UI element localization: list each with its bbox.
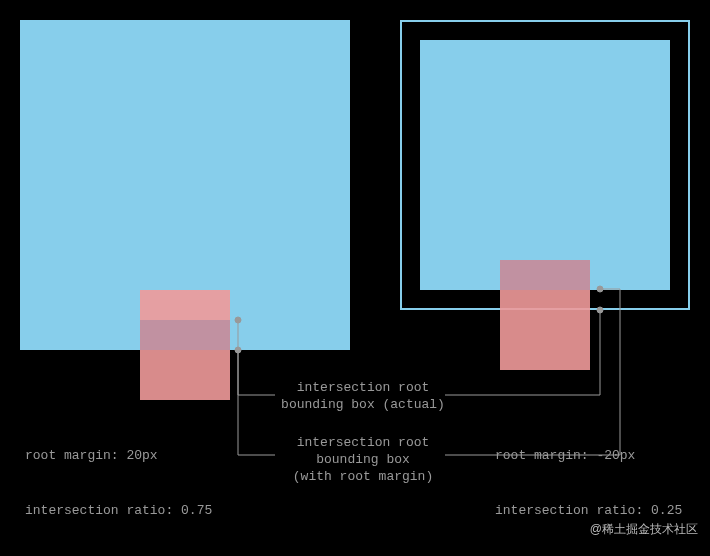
svg-point-0 — [235, 317, 241, 323]
root-margin-left-label: root margin: 20px — [25, 447, 212, 465]
diagram-right — [400, 20, 690, 360]
stats-left: root margin: 20px intersection ratio: 0.… — [25, 411, 212, 538]
ratio-left-label: intersection ratio: 0.75 — [25, 502, 212, 520]
svg-point-1 — [235, 347, 241, 353]
ratio-right-label: intersection ratio: 0.25 — [495, 502, 682, 520]
svg-point-3 — [597, 286, 603, 292]
intersection-band-left — [140, 320, 230, 350]
svg-point-2 — [597, 307, 603, 313]
label-actual: intersection root bounding box (actual) — [278, 380, 448, 414]
diagram-left — [20, 20, 350, 360]
root-box-with-margin-right — [420, 40, 670, 290]
intersection-band-right — [500, 260, 590, 290]
root-margin-right-label: root margin: -20px — [495, 447, 682, 465]
stats-right: root margin: -20px intersection ratio: 0… — [495, 411, 682, 538]
watermark: @稀土掘金技术社区 — [590, 521, 698, 538]
label-with-margin: intersection root bounding box (with roo… — [278, 435, 448, 486]
